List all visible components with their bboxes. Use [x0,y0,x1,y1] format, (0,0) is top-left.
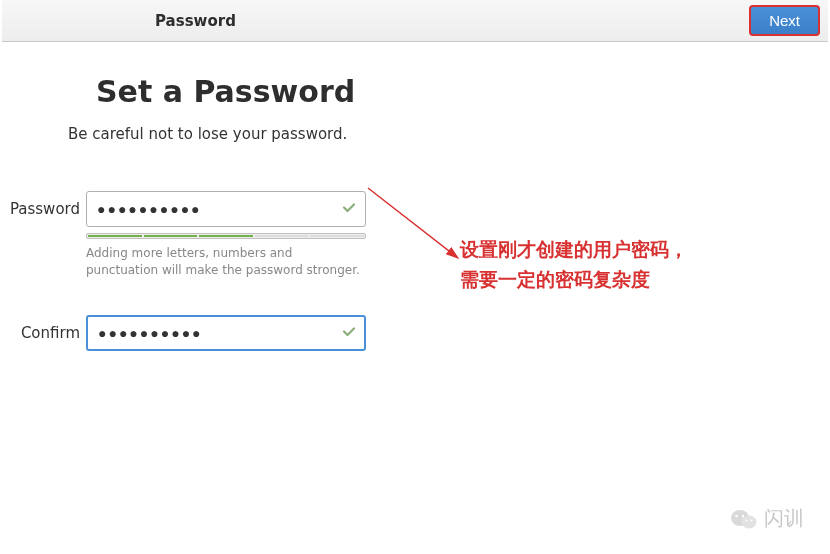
annotation-arrow-icon [360,180,470,275]
wechat-icon [730,507,758,531]
confirm-row: Confirm [0,315,830,351]
svg-point-3 [735,514,737,516]
next-button[interactable]: Next [749,5,820,36]
strength-seg [199,235,253,237]
password-input[interactable] [86,191,366,227]
password-label: Password [0,200,80,218]
confirm-input-wrap [86,315,366,351]
check-icon [342,323,356,342]
password-input-wrap [86,191,366,227]
svg-point-2 [742,515,757,528]
strength-seg [310,235,364,237]
watermark-text: 闪训 [764,505,804,532]
annotation-line1: 设置刚才创建的用户密码， [460,235,688,265]
watermark: 闪训 [730,505,804,532]
header-bar: Password Next [2,0,828,42]
annotation-line2: 需要一定的密码复杂度 [460,265,688,295]
strength-hint: Adding more letters, numbers and punctua… [86,245,366,279]
strength-seg [144,235,198,237]
page-subtitle: Be careful not to lose your password. [68,125,830,143]
page-title: Set a Password [96,74,830,109]
confirm-label: Confirm [0,324,80,342]
header-title: Password [155,12,236,30]
svg-point-6 [751,519,753,521]
strength-seg [255,235,309,237]
svg-point-5 [746,519,748,521]
check-icon [342,200,356,219]
strength-seg [88,235,142,237]
svg-line-0 [368,188,458,258]
strength-meter [86,233,366,239]
svg-point-4 [742,514,744,516]
confirm-input[interactable] [86,315,366,351]
annotation-text: 设置刚才创建的用户密码， 需要一定的密码复杂度 [460,235,688,296]
